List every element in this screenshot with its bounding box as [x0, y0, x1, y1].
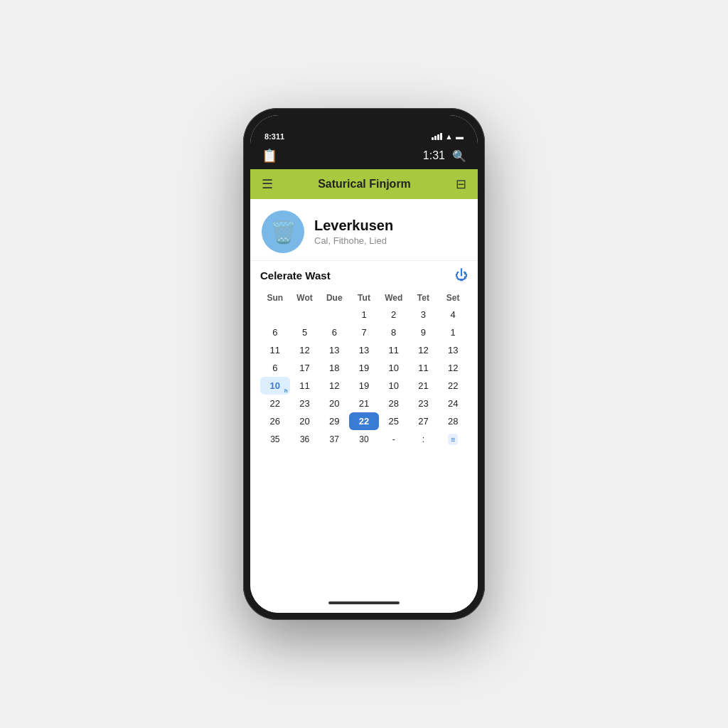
calendar-cell[interactable]: 20 — [319, 395, 349, 412]
calendar-cell[interactable]: - — [379, 430, 409, 449]
calendar-cell[interactable]: 37 — [319, 430, 349, 449]
calendar-cell[interactable]: 6 — [319, 323, 349, 341]
calendar-cell[interactable]: 11 — [290, 377, 320, 395]
calendar-cell[interactable]: 12 — [409, 341, 439, 359]
signal-icon — [432, 133, 442, 140]
home-indicator — [250, 593, 478, 613]
calendar-cell[interactable]: 6 — [260, 323, 290, 341]
calendar-cell[interactable]: 29 — [319, 412, 349, 430]
profile-section: 🗑️ Leverkusen Cal, Fithohe, Lied — [250, 199, 478, 261]
calendar-cell[interactable]: 25 — [379, 412, 409, 430]
battery-icon: ▬ — [456, 132, 464, 141]
calendar-row-4: 6 17 18 19 10 11 12 — [260, 359, 468, 377]
phone-screen: 8:311 ▲ ▬ 📋 1:31 🔍 ☰ Saturical Finjorm — [250, 115, 478, 613]
calendar-cell[interactable]: 11 — [409, 359, 439, 377]
calendar-cell[interactable]: 2 — [379, 306, 409, 323]
filter-icon[interactable]: ⊟ — [456, 176, 466, 192]
app-time: 1:31 — [423, 149, 445, 162]
phone-frame: 8:311 ▲ ▬ 📋 1:31 🔍 ☰ Saturical Finjorm — [243, 108, 485, 620]
day-header-due: Due — [319, 290, 349, 306]
calendar-cell[interactable]: 21 — [349, 395, 379, 412]
calendar-cell[interactable]: 3 — [409, 306, 439, 323]
day-header-wed: Wed — [379, 290, 409, 306]
calendar-day-headers: Sun Wot Due Tut Wed Tet Set — [260, 290, 468, 306]
calendar-cell[interactable]: 36 — [290, 430, 320, 449]
calendar-cell[interactable]: 11 — [260, 341, 290, 359]
calendar-cell[interactable]: 27 — [409, 412, 439, 430]
calendar-cell[interactable]: 1 — [349, 306, 379, 323]
calendar-cell[interactable]: 13 — [319, 341, 349, 359]
day-header-tet: Tet — [409, 290, 439, 306]
calendar-cell[interactable]: 35 — [260, 430, 290, 449]
avatar: 🗑️ — [262, 210, 304, 253]
status-time: 8:311 — [264, 132, 284, 141]
calendar-cell[interactable]: 1 — [438, 323, 468, 341]
selected-cell[interactable]: 22 — [349, 412, 379, 430]
calendar-cell[interactable]: 28 — [379, 395, 409, 412]
calendar-cell[interactable]: 10 — [379, 359, 409, 377]
profile-subtitle: Cal, Fithohe, Lied — [314, 235, 393, 246]
calendar-cell[interactable]: 22 — [260, 395, 290, 412]
calendar-title: Celerate Wast — [260, 269, 331, 282]
calendar-cell[interactable]: 11 — [379, 341, 409, 359]
calendar-cell[interactable]: 30 — [349, 430, 379, 449]
calendar-cell[interactable]: 23 — [290, 395, 320, 412]
calendar-cell[interactable]: 28 — [438, 412, 468, 430]
calendar-cell[interactable]: 18 — [319, 359, 349, 377]
status-icons: ▲ ▬ — [432, 132, 464, 141]
calendar-cell[interactable]: 7 — [349, 323, 379, 341]
calendar-row-6: 22 23 20 21 28 23 24 — [260, 395, 468, 412]
calendar-cell[interactable]: 12 — [290, 341, 320, 359]
list-icon[interactable]: ≡ — [448, 434, 458, 445]
app-title: Saturical Finjorm — [318, 178, 411, 191]
calendar-header: Celerate Wast ⏻ — [260, 268, 468, 283]
search-icon[interactable]: 🔍 — [452, 149, 466, 163]
calendar-grid: Sun Wot Due Tut Wed Tet Set 1 2 — [260, 290, 468, 449]
cell-empty[interactable] — [319, 306, 349, 323]
calendar-cell[interactable]: 5 — [290, 323, 320, 341]
calendar-cell[interactable]: 17 — [290, 359, 320, 377]
calendar-cell[interactable]: 22 — [438, 377, 468, 395]
calendar-row-3: 11 12 13 13 11 12 13 — [260, 341, 468, 359]
day-header-set: Set — [438, 290, 468, 306]
calendar-row-7: 26 20 29 22 25 27 28 — [260, 412, 468, 430]
home-bar — [328, 601, 400, 604]
calendar-cell[interactable]: 12 — [438, 359, 468, 377]
calendar-row-5: 10 h 11 12 19 10 21 22 — [260, 377, 468, 395]
calendar-cell[interactable]: 10 — [379, 377, 409, 395]
calendar-cell[interactable]: 13 — [349, 341, 379, 359]
calendar-cell[interactable]: 9 — [409, 323, 439, 341]
calendar-cell[interactable]: : — [409, 430, 439, 449]
trash-icon: 🗑️ — [270, 220, 296, 245]
cell-empty[interactable] — [260, 306, 290, 323]
cell-empty[interactable] — [290, 306, 320, 323]
notes-icon[interactable]: 📋 — [262, 148, 277, 164]
today-cell[interactable]: 10 h — [260, 377, 290, 395]
calendar-cell[interactable]: 23 — [409, 395, 439, 412]
calendar-row-8: 35 36 37 30 - : ≡ — [260, 430, 468, 449]
calendar-cell[interactable]: 4 — [438, 306, 468, 323]
calendar-cell[interactable]: 6 — [260, 359, 290, 377]
day-header-wot: Wot — [290, 290, 320, 306]
calendar-cell[interactable]: 20 — [290, 412, 320, 430]
calendar-cell[interactable]: 12 — [319, 377, 349, 395]
day-header-tut: Tut — [349, 290, 379, 306]
calendar-list-icon[interactable]: ≡ — [438, 430, 468, 449]
calendar-cell[interactable]: 19 — [349, 359, 379, 377]
calendar-cell[interactable]: 21 — [409, 377, 439, 395]
day-header-sun: Sun — [260, 290, 290, 306]
calendar-cell[interactable]: 26 — [260, 412, 290, 430]
calendar-cell[interactable]: 24 — [438, 395, 468, 412]
power-icon[interactable]: ⏻ — [455, 268, 468, 283]
calendar-section: Celerate Wast ⏻ Sun Wot Due Tut Wed Tet … — [250, 261, 478, 456]
profile-name: Leverkusen — [314, 218, 393, 234]
calendar-row-1: 1 2 3 4 — [260, 306, 468, 323]
calendar-cell[interactable]: 8 — [379, 323, 409, 341]
hamburger-icon[interactable]: ☰ — [262, 176, 273, 192]
main-content: 🗑️ Leverkusen Cal, Fithohe, Lied Celerat… — [250, 199, 478, 593]
phone-notch — [318, 115, 410, 135]
calendar-cell[interactable]: 13 — [438, 341, 468, 359]
app-bar: 📋 1:31 🔍 — [250, 145, 478, 169]
today-superscript: h — [284, 387, 288, 394]
calendar-cell[interactable]: 19 — [349, 377, 379, 395]
